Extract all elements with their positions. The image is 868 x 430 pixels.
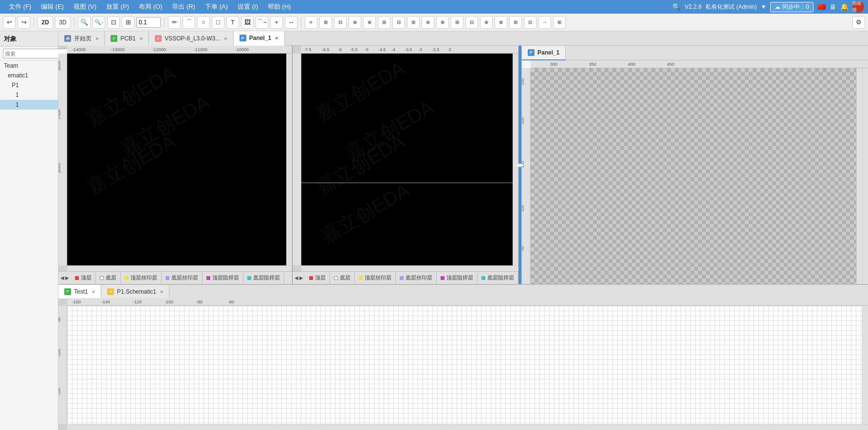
tool-13[interactable]: ⊕ (480, 16, 493, 29)
monitor-icon[interactable]: 🖥 (830, 3, 836, 11)
tab-start[interactable]: 🏠 开始页 × (58, 31, 105, 46)
circle-button[interactable]: ○ (197, 16, 210, 29)
tab-start-close[interactable]: × (95, 36, 98, 41)
bottom-tab-schematic1-close[interactable]: × (160, 289, 163, 295)
sidebar-item-ematic1[interactable]: ematic1 (0, 71, 58, 80)
menu-edit[interactable]: 编辑 (E) (36, 1, 69, 12)
flag-icon[interactable]: 🇨🇳 (817, 3, 826, 11)
pane-divider-handle[interactable]: ◀ ▶ (518, 46, 521, 284)
grid-button[interactable]: ⊞ (122, 16, 134, 29)
fit-view-button[interactable]: ⊡ (107, 16, 120, 29)
tool-16[interactable]: ⊟ (524, 16, 536, 29)
image-button[interactable]: 🖼 (241, 16, 254, 29)
zoom-input[interactable] (136, 17, 161, 28)
middle-scrollbar-h[interactable] (301, 265, 518, 271)
m-layer-bottom-mask[interactable]: 底层阻焊层 (478, 272, 518, 284)
tab-pcb1[interactable]: P PCB1 × (105, 31, 149, 46)
layer-top-silk[interactable]: 顶层丝印层 (121, 272, 162, 284)
measure-button[interactable]: ↔ (285, 16, 297, 29)
tool-18[interactable]: ⊞ (553, 16, 566, 29)
text-button[interactable]: T (226, 16, 239, 29)
tool-12[interactable]: ⊟ (465, 16, 478, 29)
nav-prev-m[interactable]: ◀ (295, 275, 298, 280)
user-label[interactable]: 私有化测试 (Admin) (705, 3, 757, 11)
cross-button[interactable]: + (270, 16, 283, 29)
tab-panel1-close[interactable]: × (275, 35, 278, 41)
sidebar-item-1a[interactable]: 1 (0, 90, 58, 100)
tab-panel1[interactable]: P Panel_1 × (234, 31, 285, 46)
tool-7[interactable]: ⊟ (392, 16, 405, 29)
m-layer-bottomlayer[interactable]: 底层 (330, 272, 355, 284)
rect-button[interactable]: □ (212, 16, 224, 29)
middle-footprint-canvas[interactable]: 嘉立创EDA 嘉立创EDA 嘉立创EDA 嘉立创EDA (301, 54, 513, 265)
menu-settings[interactable]: 设置 (I) (233, 1, 263, 12)
tab-panel1-inner[interactable]: P Panel_1 (522, 46, 566, 60)
menu-layout[interactable]: 布局 (O) (134, 1, 167, 12)
menu-place[interactable]: 放置 (P) (101, 1, 134, 12)
tool-14[interactable]: ⊗ (495, 16, 507, 29)
left-scrollbar-h[interactable] (67, 265, 292, 271)
bottom-tab-schematic1[interactable]: S P1.Schematic1 × (101, 285, 169, 299)
tool-10[interactable]: ⊗ (436, 16, 449, 29)
tool-6[interactable]: ⊞ (378, 16, 390, 29)
layer-bottom-silk[interactable]: 底层丝印层 (162, 272, 203, 284)
sidebar-item-1b[interactable]: 1 (0, 100, 58, 110)
arc-button[interactable]: ⌒ (183, 16, 195, 29)
eraser-button[interactable]: ✏ (168, 16, 181, 29)
zoom-in-button[interactable]: 🔍 (78, 16, 91, 29)
m-layer-toplayer[interactable]: 顶层 (305, 272, 330, 284)
left-pcb-canvas[interactable]: 嘉立创EDA 嘉立创EDA 嘉立创EDA (67, 54, 286, 265)
nav-prev[interactable]: ◀ (60, 275, 64, 280)
bottom-scrollbar-h[interactable] (67, 424, 868, 430)
tool-3[interactable]: ⊟ (334, 16, 347, 29)
dropdown-arrow-icon[interactable]: ▼ (760, 3, 766, 10)
search-icon[interactable]: 🔍 (672, 3, 681, 11)
bottom-scrollbar-v[interactable] (862, 306, 868, 424)
sidebar-item-team[interactable]: Team (0, 61, 58, 71)
bottom-tab-test1-close[interactable]: × (92, 289, 95, 295)
left-scrollbar-v[interactable] (286, 54, 292, 265)
m-layer-top-mask[interactable]: 顶层阻焊层 (437, 272, 478, 284)
nav-next-m[interactable]: ▶ (299, 275, 303, 280)
bottom-tab-test1[interactable]: P Test1 × (58, 285, 101, 299)
panel-scrollbar-v[interactable] (856, 68, 862, 284)
menu-file[interactable]: 文件 (F) (4, 1, 36, 12)
polyline-button[interactable]: ⌒~ (256, 16, 268, 29)
layer-bottom-mask[interactable]: 底层阻焊层 (243, 272, 284, 284)
nav-next[interactable]: ▶ (65, 275, 69, 280)
layer-top-mask[interactable]: 顶层阻焊层 (203, 272, 243, 284)
tool-4[interactable]: ⊕ (349, 16, 361, 29)
menu-view[interactable]: 视图 (V) (69, 1, 101, 12)
redo-button[interactable]: ↪ (18, 16, 30, 29)
tab-vssop[interactable]: F VSSOP-8_L3.0-W3... × (149, 31, 233, 46)
tool-8[interactable]: ⊞ (407, 16, 420, 29)
m-layer-bottom-silk[interactable]: 底层丝印层 (396, 272, 437, 284)
tool-15[interactable]: ⊞ (509, 16, 522, 29)
m-layer-top-silk[interactable]: 顶层丝印层 (355, 272, 396, 284)
middle-scrollbar-v[interactable] (513, 54, 518, 265)
tab-vssop-close[interactable]: × (224, 36, 227, 41)
sync-badge[interactable]: ☁ 同步中：0 (770, 2, 813, 12)
tool-17[interactable]: → (538, 16, 551, 29)
2d-button[interactable]: 2D (37, 16, 53, 29)
undo-button[interactable]: ↩ (3, 16, 16, 29)
tool-2[interactable]: ⊞ (319, 16, 332, 29)
tool-9[interactable]: ⊕ (422, 16, 434, 29)
menu-export[interactable]: 导出 (R) (167, 1, 200, 12)
zoom-out-button[interactable]: 🔍- (92, 16, 105, 29)
3d-button[interactable]: 3D (55, 16, 71, 29)
bottom-pcb-canvas[interactable] (67, 306, 862, 424)
menu-order[interactable]: 下单 (A) (200, 1, 233, 12)
avatar[interactable]: 邹雨情 (852, 1, 864, 13)
tool-11[interactable]: ⊞ (451, 16, 463, 29)
tool-1[interactable]: ≡ (305, 16, 317, 29)
layer-bottomlayer[interactable]: 底层 (96, 272, 121, 284)
panel-canvas[interactable] (531, 68, 856, 284)
tool-5[interactable]: ⊗ (363, 16, 376, 29)
layer-toplayer[interactable]: 顶层 (71, 272, 96, 284)
bell-icon[interactable]: 🔔 (840, 3, 849, 11)
menu-help[interactable]: 帮助 (H) (263, 1, 296, 12)
sidebar-item-p1[interactable]: P1 (0, 80, 58, 90)
tab-pcb1-close[interactable]: × (140, 36, 143, 41)
settings-icon-button[interactable]: ⚙ (852, 16, 865, 29)
